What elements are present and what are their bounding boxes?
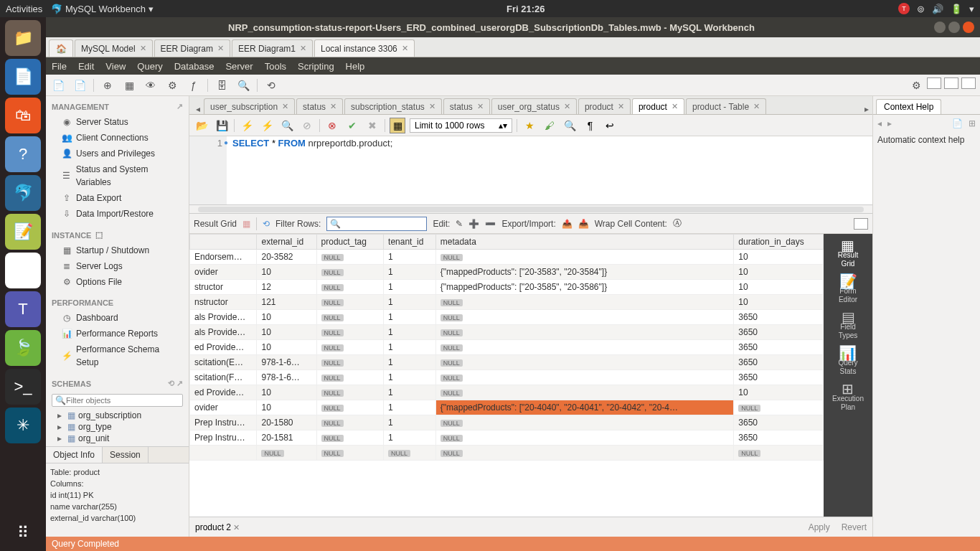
sidebar-item[interactable]: ≣Server Logs: [52, 258, 183, 274]
table-cell[interactable]: NULL: [435, 325, 734, 340]
dock-app-icon[interactable]: ✳: [5, 408, 41, 443]
table-cell[interactable]: {"mappedProducts": ["20-3585", "20-3586"…: [435, 280, 734, 295]
table-cell[interactable]: als Provide…: [190, 310, 257, 325]
close-icon[interactable]: ✕: [217, 44, 224, 53]
explain-icon[interactable]: 🔍: [279, 118, 295, 133]
rollback-icon[interactable]: ✖: [364, 118, 380, 133]
grid-view-option[interactable]: ▤FieldTypes: [839, 313, 858, 340]
table-cell[interactable]: NULL: [734, 400, 824, 415]
menu-view[interactable]: View: [105, 61, 126, 72]
sql-tab[interactable]: status ✕: [296, 98, 343, 114]
table-cell[interactable]: NULL: [435, 310, 734, 325]
doc-tab[interactable]: MySQL Model ✕: [75, 39, 153, 57]
brush-icon[interactable]: 🖌: [542, 118, 557, 133]
table-cell[interactable]: 10: [257, 400, 316, 415]
menu-database[interactable]: Database: [174, 61, 215, 72]
schema-filter-input[interactable]: [66, 396, 179, 405]
execute-icon[interactable]: ⚡: [239, 118, 255, 133]
db-icon[interactable]: 🗄: [214, 77, 230, 93]
table-cell[interactable]: 10: [257, 340, 316, 355]
sidebar-item[interactable]: ⚙Options File: [52, 274, 183, 290]
table-cell[interactable]: 1: [384, 295, 436, 310]
table-cell[interactable]: Endorsem…: [190, 250, 257, 265]
table-cell[interactable]: NULL: [435, 446, 734, 461]
table-row[interactable]: ovider10NULL1{"mappedProducts": ["20-358…: [190, 265, 824, 280]
dock-mysql-workbench-icon[interactable]: 🐬: [5, 175, 41, 211]
table-row[interactable]: scitation(F…978-1-6…NULL1NULL3650: [190, 370, 824, 385]
table-cell[interactable]: 20-1581: [257, 430, 316, 446]
dock-teams-icon[interactable]: T: [5, 291, 41, 327]
table-cell[interactable]: 1: [384, 280, 436, 295]
toggle-autocommit-icon[interactable]: ▦: [390, 118, 405, 133]
table-cell[interactable]: ed Provide…: [190, 340, 257, 355]
table-cell[interactable]: NULL: [316, 400, 383, 415]
table-cell[interactable]: scitation(F…: [190, 370, 257, 385]
sql-tab[interactable]: status ✕: [443, 98, 490, 114]
search-icon[interactable]: 🔍: [235, 77, 251, 93]
table-cell[interactable]: NULL: [257, 446, 316, 461]
table-cell[interactable]: 10: [734, 280, 824, 295]
column-header[interactable]: duration_in_days: [734, 235, 824, 250]
table-cell[interactable]: NULL: [316, 385, 383, 400]
table-cell[interactable]: 10: [734, 295, 824, 310]
table-cell[interactable]: ed Provide…: [190, 385, 257, 400]
table-cell[interactable]: 3650: [734, 355, 824, 370]
table-cell[interactable]: {"mappedProducts": ["20-4040", "20-4041"…: [435, 400, 734, 415]
dock-help-icon[interactable]: ?: [5, 136, 41, 172]
grid-view-option[interactable]: 📝FormEditor: [839, 277, 857, 304]
table-cell[interactable]: 1: [384, 265, 436, 280]
refresh-icon[interactable]: ⟲: [263, 219, 270, 229]
table-cell[interactable]: NULL: [316, 295, 383, 310]
add-schema-icon[interactable]: ⊕: [100, 77, 116, 93]
sql-tab[interactable]: user_org_status ✕: [491, 98, 577, 114]
window-close-button[interactable]: [963, 22, 974, 33]
dock-libreoffice-icon[interactable]: 📄: [5, 59, 41, 95]
dock-software-icon[interactable]: 🛍: [5, 98, 41, 133]
table-cell[interactable]: 1: [384, 400, 436, 415]
table-row[interactable]: Prep Instru…20-1581NULL1NULL3650: [190, 430, 824, 446]
column-header[interactable]: external_id: [257, 235, 316, 250]
power-menu-icon[interactable]: ▾: [969, 4, 974, 14]
doc-tab[interactable]: EER Diagram1 ✕: [232, 39, 313, 57]
add-table-icon[interactable]: ▦: [121, 77, 137, 93]
table-cell[interactable]: NULL: [316, 325, 383, 340]
dock-apps-icon[interactable]: ⠿: [5, 515, 41, 551]
close-icon[interactable]: ✕: [672, 102, 678, 111]
dock-notepad-icon[interactable]: 📝: [5, 214, 41, 250]
battery-icon[interactable]: 🔋: [951, 4, 962, 14]
context-help-tab[interactable]: Context Help: [876, 99, 941, 114]
stop-icon[interactable]: ⊘: [299, 118, 315, 133]
table-cell[interactable]: Prep Instru…: [190, 430, 257, 446]
window-minimize-button[interactable]: [934, 22, 946, 33]
table-row[interactable]: nstructor121NULL1NULL10: [190, 295, 824, 310]
sidebar-item[interactable]: ◷Dashboard: [52, 310, 183, 326]
add-view-icon[interactable]: 👁: [143, 77, 159, 93]
table-cell[interactable]: 1: [384, 370, 436, 385]
dock-terminal-icon[interactable]: >_: [5, 369, 41, 405]
table-cell[interactable]: NULL: [316, 310, 383, 325]
toggle-grid-pane[interactable]: [854, 218, 868, 230]
table-cell[interactable]: NULL: [316, 430, 383, 446]
table-cell[interactable]: NULL: [316, 370, 383, 385]
reconnect-icon[interactable]: ⟲: [263, 77, 279, 93]
help-auto-icon[interactable]: 📄: [952, 118, 963, 128]
app-menu[interactable]: 🐬 MySQL Workbench ▾: [51, 4, 153, 14]
schema-table-row[interactable]: ▸▦org_type: [52, 421, 183, 433]
toggle-bottom-pane-button[interactable]: [944, 77, 958, 89]
execute-current-icon[interactable]: ⚡: [259, 118, 275, 133]
toggle-right-pane-button[interactable]: [961, 77, 976, 89]
table-cell[interactable]: NULL: [316, 340, 383, 355]
table-cell[interactable]: {"mappedProducts": ["20-3583", "20-3584"…: [435, 265, 734, 280]
table-cell[interactable]: NULL: [384, 446, 436, 461]
close-icon[interactable]: ✕: [753, 102, 760, 111]
table-cell[interactable]: 10: [257, 385, 316, 400]
schema-table-row[interactable]: ▸▦org_unit: [52, 433, 183, 443]
table-cell[interactable]: 20-1580: [257, 415, 316, 430]
table-cell[interactable]: 10: [257, 265, 316, 280]
sql-tab[interactable]: product ✕: [578, 98, 631, 114]
save-icon[interactable]: 💾: [214, 118, 230, 133]
column-header[interactable]: product_tag: [316, 235, 383, 250]
table-cell[interactable]: 10: [734, 385, 824, 400]
sql-tab[interactable]: product ✕: [632, 98, 684, 114]
table-cell[interactable]: 1: [384, 340, 436, 355]
